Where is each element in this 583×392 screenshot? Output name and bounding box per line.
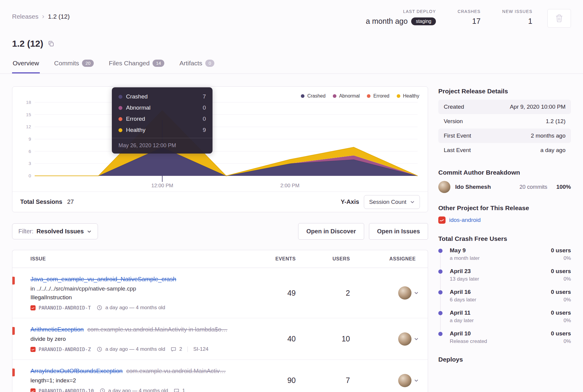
tooltip-abnormal-label: Abnormal (126, 104, 150, 111)
issue-title-link[interactable]: ArrayIndexOutOfBoundsException (30, 368, 123, 374)
cf-pct: 0% (563, 338, 571, 344)
issues-filter-dropdown[interactable]: Filter: Resolved Issues (12, 223, 98, 239)
table-row: ArrayIndexOutOfBoundsExceptioncom.exampl… (12, 360, 428, 392)
avatar (398, 374, 411, 387)
commit-author-section: Commit Author Breakdown Ido Shemesh 20 c… (438, 169, 571, 193)
clock-icon (97, 347, 102, 352)
tooltip-abnormal-value: 0 (203, 104, 206, 111)
detail-label: First Event (444, 132, 471, 139)
crash-free-title: Total Crash Free Users (438, 235, 571, 242)
issue-events-count: 90 (256, 376, 310, 385)
svg-text:12:00 PM: 12:00 PM (151, 183, 173, 188)
cf-date: April 16 (450, 289, 471, 295)
tooltip-healthy-label: Healthy (126, 127, 145, 133)
issue-culprit-inline: com.example.vu.android.MainActivity in l… (87, 326, 228, 333)
legend-item-crashed[interactable]: Crashed (301, 93, 325, 99)
stat-last-deploy-value: a month ago (366, 17, 408, 26)
chevron-down-icon (87, 229, 92, 234)
release-details-title: Project Release Details (438, 88, 571, 95)
issue-message: IllegalInstruction (30, 294, 247, 301)
stat-crashes-value: 17 (458, 17, 481, 26)
errored-legend-dot-icon (367, 94, 370, 98)
error-level-indicator (12, 327, 15, 335)
tab-overview-label: Overview (13, 60, 39, 67)
breadcrumb-current: 1.2 (12) (48, 13, 70, 20)
assignee-dropdown[interactable] (398, 332, 428, 346)
detail-label: Version (444, 118, 463, 125)
external-ticket-link[interactable]: SI-124 (193, 346, 208, 352)
other-project-link[interactable]: idos-android (449, 217, 481, 223)
crash-free-entry: April 160 users 6 days later0% (438, 289, 571, 303)
chart-footer: Total Sessions 27 Y-Axis Session Count (12, 191, 428, 212)
deploys-section: Deploys (438, 356, 571, 363)
issue-age: a day ago — 4 months old (105, 305, 165, 311)
timeline-dot-icon (438, 290, 443, 294)
delete-release-button[interactable] (547, 9, 571, 28)
cf-users: 0 users (551, 330, 571, 337)
filter-value: Resolved Issues (36, 228, 84, 235)
assignee-dropdown[interactable] (398, 374, 428, 387)
detail-value: 1.2 (12) (546, 118, 566, 125)
chevron-down-icon (414, 291, 419, 295)
commit-author-row: Ido Shemesh 20 commits 100% (438, 181, 571, 193)
cf-sub: 13 days later (450, 276, 479, 282)
clock-icon (97, 305, 102, 310)
issue-culprit: in ../../../../src/main/cpp/native-sampl… (30, 285, 247, 292)
copy-version-button[interactable] (47, 40, 55, 48)
crash-free-section: Total Crash Free Users May 90 users a mo… (438, 235, 571, 344)
issue-age: a day ago — 4 months old (108, 388, 168, 392)
project-platform-icon (30, 347, 36, 352)
tooltip-crashed-label: Crashed (126, 93, 148, 100)
issue-title-link[interactable]: Java_com_example_vu_android_NativeSample… (30, 276, 176, 282)
legend-item-healthy[interactable]: Healthy (397, 93, 419, 99)
issue-message: length=1; index=2 (30, 377, 247, 384)
tab-commits[interactable]: Commits 20 (54, 58, 95, 73)
avatar (438, 181, 450, 193)
sessions-stacked-area-chart[interactable]: 036912151812:00 PM2:00 PM (20, 92, 421, 191)
issue-events-count: 49 (256, 289, 310, 297)
cf-pct: 0% (563, 255, 571, 261)
open-in-issues-button[interactable]: Open in Issues (369, 223, 428, 240)
tooltip-crashed-dot-icon (118, 95, 122, 99)
chart-legend: Crashed Abnormal Errored Healthy (301, 93, 419, 99)
legend-healthy-label: Healthy (403, 93, 419, 99)
healthy-legend-dot-icon (397, 94, 400, 98)
chevron-down-icon (410, 200, 415, 204)
tab-artifacts[interactable]: Artifacts 0 (179, 58, 215, 73)
author-percent: 100% (556, 184, 571, 190)
open-in-discover-button[interactable]: Open in Discover (298, 223, 364, 240)
detail-row-version: Version 1.2 (12) (438, 114, 571, 129)
other-projects-section: Other Project for This Release idos-andr… (438, 204, 571, 224)
svg-text:6: 6 (29, 149, 31, 154)
cf-date: May 9 (450, 247, 466, 254)
project-slug: PARANOID-ANDROID-T (39, 305, 91, 311)
tooltip-errored-label: Errored (126, 116, 145, 122)
detail-row-created: Created Apr 9, 2020 10:00 PM (438, 100, 571, 114)
author-name: Ido Shemesh (455, 184, 491, 190)
tab-overview[interactable]: Overview (12, 58, 40, 73)
cf-pct: 0% (563, 276, 571, 282)
detail-value: 2 months ago (531, 132, 566, 139)
detail-label: Created (444, 104, 464, 110)
detail-value: Apr 9, 2020 10:00 PM (510, 104, 566, 110)
tab-files-changed[interactable]: Files Changed 14 (108, 58, 165, 73)
commit-author-title: Commit Author Breakdown (438, 169, 571, 176)
assignee-dropdown[interactable] (398, 286, 428, 300)
crash-free-entry: April 100 users Release created0% (438, 330, 571, 344)
author-commit-count: 20 commits (519, 184, 547, 190)
tooltip-timestamp: May 26, 2020 12:00 PM (112, 138, 213, 154)
stat-crashes-label: CRASHES (458, 9, 481, 14)
project-platform-icon (30, 305, 36, 310)
yaxis-select[interactable]: Session Count (364, 195, 420, 209)
tab-files-changed-count-badge: 14 (153, 60, 164, 67)
issues-toolbar: Filter: Resolved Issues Open in Discover… (12, 223, 428, 240)
cf-pct: 0% (563, 297, 571, 303)
breadcrumb-releases-link[interactable]: Releases (12, 13, 39, 20)
header-stats: LAST DEPLOY a month ago staging CRASHES … (366, 9, 571, 28)
trash-icon (555, 14, 563, 23)
legend-item-abnormal[interactable]: Abnormal (333, 93, 360, 99)
project-platform-icon (30, 388, 36, 392)
issue-title-link[interactable]: ArithmeticException (30, 326, 84, 333)
legend-item-errored[interactable]: Errored (367, 93, 389, 99)
cf-users: 0 users (551, 289, 571, 295)
